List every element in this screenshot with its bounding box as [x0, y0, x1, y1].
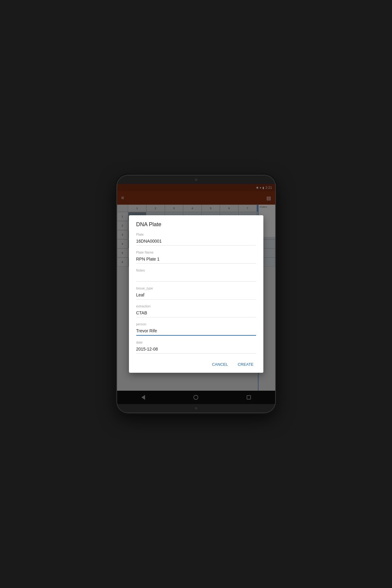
dialog-title: DNA Plate: [136, 221, 256, 228]
field-input-extraction[interactable]: [136, 309, 256, 317]
home-indicator-dot: [195, 407, 197, 410]
field-label-plate-name: Plate Name: [136, 251, 256, 254]
field-label-person: person: [136, 322, 256, 326]
device-top: [117, 175, 275, 184]
form-field-notes: Notes: [136, 268, 256, 282]
device-frame: ✱ ▾ ▮ 2:21 ≡ ▤ 1 2 3 4 5 6: [117, 175, 275, 413]
field-input-plate[interactable]: [136, 237, 256, 246]
field-input-notes[interactable]: [136, 273, 256, 282]
form-field-plate-name: Plate Name: [136, 251, 256, 264]
field-label-extraction: extraction: [136, 304, 256, 308]
field-input-date[interactable]: [136, 345, 256, 354]
field-label-tissue-type: tissue_type: [136, 286, 256, 290]
form-field-person: person: [136, 322, 256, 336]
create-button[interactable]: Create: [235, 361, 256, 368]
field-input-person[interactable]: [136, 327, 256, 336]
form-field-plate: Plate: [136, 233, 256, 246]
dialog-actions: Cancel Create: [136, 358, 256, 373]
field-input-tissue-type[interactable]: [136, 291, 256, 299]
dialog: DNA Plate Plate Plate Name Notes: [129, 215, 263, 373]
field-label-plate: Plate: [136, 233, 256, 236]
device-bottom: [117, 404, 275, 413]
form-field-date: date: [136, 341, 256, 354]
field-label-date: date: [136, 341, 256, 344]
screen: ✱ ▾ ▮ 2:21 ≡ ▤ 1 2 3 4 5 6: [117, 184, 275, 404]
form-field-extraction: extraction: [136, 304, 256, 317]
cancel-button[interactable]: Cancel: [210, 361, 231, 368]
field-input-plate-name[interactable]: [136, 255, 256, 264]
form-field-tissue-type: tissue_type: [136, 286, 256, 299]
dialog-overlay: DNA Plate Plate Plate Name Notes: [117, 184, 275, 404]
front-camera: [195, 178, 197, 181]
field-label-notes: Notes: [136, 268, 256, 272]
